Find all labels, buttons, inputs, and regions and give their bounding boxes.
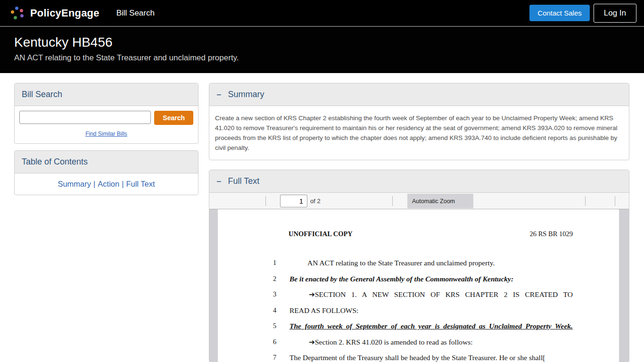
toc-panel-header: Table of Contents xyxy=(15,151,198,173)
doc-line: 1AN ACT relating to the State Treasurer … xyxy=(218,259,619,275)
collapse-minus-icon[interactable]: − xyxy=(216,177,222,186)
section-arrow-icon: ➔ xyxy=(289,338,315,346)
doc-header-right: 26 RS BR 1029 xyxy=(530,230,573,238)
policyengage-logo-icon xyxy=(9,5,25,21)
pdf-page: UNOFFICIAL COPY 26 RS BR 1029 1AN ACT re… xyxy=(218,209,619,362)
summary-panel-header: − Summary xyxy=(209,83,629,106)
full-text-panel-title: Full Text xyxy=(228,176,260,186)
summary-panel: − Summary Create a new section of KRS Ch… xyxy=(209,83,629,160)
find-similar-bills-link[interactable]: Find Similar Bills xyxy=(19,131,193,137)
section-arrow-icon: ➔ xyxy=(289,290,315,298)
doc-line: 3➔SECTION 1. A NEW SECTION OF KRS CHAPTE… xyxy=(218,290,619,306)
pdf-toolbar: of 2 Automatic Zoom xyxy=(209,193,629,209)
brand-name: PolicyEngage xyxy=(30,7,99,19)
summary-panel-title: Summary xyxy=(228,90,264,99)
search-button[interactable]: Search xyxy=(154,111,193,125)
log-in-button[interactable]: Log In xyxy=(594,4,636,23)
toc-separator: | xyxy=(93,180,95,188)
pdf-viewer: UNOFFICIAL COPY 26 RS BR 1029 1AN ACT re… xyxy=(209,209,629,362)
toc-separator: | xyxy=(122,180,124,188)
collapse-minus-icon[interactable]: − xyxy=(216,90,222,99)
top-navigation-bar: PolicyEngage Bill Search Contact Sales L… xyxy=(0,0,644,27)
page-title: Kentucky HB456 xyxy=(14,34,630,51)
full-text-panel: − Full Text of 2 Automatic Zoom UNOFFICI… xyxy=(209,170,629,362)
doc-line: 7The Department of the Treasury shall be… xyxy=(218,354,619,362)
pdf-zoom-dropdown[interactable]: Automatic Zoom xyxy=(407,194,473,208)
pdf-page-count-label: of 2 xyxy=(310,197,321,205)
doc-line: 2Be it enacted by the General Assembly o… xyxy=(218,275,619,291)
table-of-contents-panel: Table of Contents Summary|Action|Full Te… xyxy=(14,150,198,195)
bill-hero-banner: Kentucky HB456 AN ACT relating to the St… xyxy=(0,27,644,73)
toc-link-summary[interactable]: Summary xyxy=(58,180,91,188)
doc-line: 5The fourth week of September of each ye… xyxy=(218,322,619,338)
nav-bill-search[interactable]: Bill Search xyxy=(116,8,155,18)
toc-link-full-text[interactable]: Full Text xyxy=(126,180,155,188)
bill-search-input[interactable] xyxy=(19,111,151,124)
bill-search-panel: Bill Search Search Find Similar Bills xyxy=(14,83,198,144)
pdf-page-number-input[interactable] xyxy=(280,195,307,207)
document-lines: 1AN ACT relating to the State Treasurer … xyxy=(218,259,619,362)
bill-subtitle: AN ACT relating to the State Treasurer a… xyxy=(14,53,630,63)
doc-line: 6➔Section 2. KRS 41.020 is amended to re… xyxy=(218,338,619,354)
contact-sales-button[interactable]: Contact Sales xyxy=(529,5,589,21)
toc-panel-title: Table of Contents xyxy=(22,157,88,167)
bill-search-panel-title: Bill Search xyxy=(22,90,62,99)
summary-text: Create a new section of KRS Chapter 2 es… xyxy=(209,106,629,160)
full-text-panel-header: − Full Text xyxy=(209,170,629,193)
bill-search-panel-header: Bill Search xyxy=(15,83,198,106)
toc-link-action[interactable]: Action xyxy=(98,180,119,188)
pdf-scrollbar[interactable] xyxy=(619,209,629,362)
doc-header-left: UNOFFICIAL COPY xyxy=(289,230,353,238)
doc-line: 4READ AS FOLLOWS: xyxy=(218,306,619,322)
